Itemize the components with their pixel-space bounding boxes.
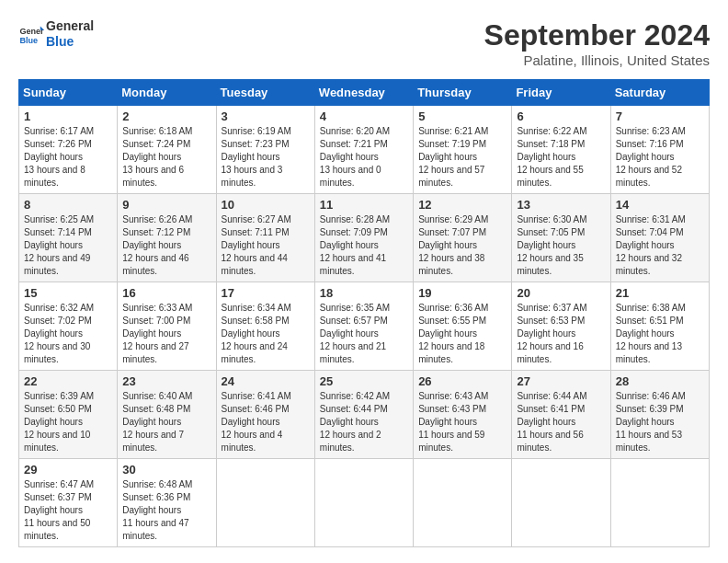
day-number: 21 (616, 286, 704, 300)
day-info: Sunrise: 6:32 AM Sunset: 7:02 PM Dayligh… (24, 302, 112, 366)
weekday-header: Friday (512, 80, 610, 106)
day-number: 14 (616, 198, 704, 212)
day-number: 7 (616, 109, 704, 123)
logo-icon: General Blue (18, 21, 44, 47)
calendar-cell: 16 Sunrise: 6:33 AM Sunset: 7:00 PM Dayl… (118, 282, 216, 371)
day-info: Sunrise: 6:35 AM Sunset: 6:57 PM Dayligh… (320, 302, 408, 366)
day-info: Sunrise: 6:44 AM Sunset: 6:41 PM Dayligh… (517, 390, 605, 454)
day-info: Sunrise: 6:29 AM Sunset: 7:07 PM Dayligh… (418, 213, 506, 278)
calendar-header-row: SundayMondayTuesdayWednesdayThursdayFrid… (19, 80, 710, 106)
calendar-cell: 25 Sunrise: 6:42 AM Sunset: 6:44 PM Dayl… (314, 371, 413, 459)
day-info: Sunrise: 6:22 AM Sunset: 7:18 PM Dayligh… (517, 125, 605, 190)
calendar-cell: 23 Sunrise: 6:40 AM Sunset: 6:48 PM Dayl… (118, 371, 216, 459)
day-number: 19 (418, 286, 506, 300)
calendar-cell: 26 Sunrise: 6:43 AM Sunset: 6:43 PM Dayl… (414, 371, 512, 459)
day-info: Sunrise: 6:36 AM Sunset: 6:55 PM Dayligh… (418, 302, 506, 366)
day-info: Sunrise: 6:48 AM Sunset: 6:36 PM Dayligh… (122, 478, 210, 543)
day-number: 13 (517, 198, 605, 212)
calendar-cell: 3 Sunrise: 6:19 AM Sunset: 7:23 PM Dayli… (216, 106, 314, 194)
calendar-cell: 1 Sunrise: 6:17 AM Sunset: 7:26 PM Dayli… (19, 106, 118, 194)
calendar-week-row: 8 Sunrise: 6:25 AM Sunset: 7:14 PM Dayli… (19, 194, 710, 282)
calendar-cell: 9 Sunrise: 6:26 AM Sunset: 7:12 PM Dayli… (118, 194, 216, 282)
day-number: 4 (320, 109, 408, 123)
day-info: Sunrise: 6:43 AM Sunset: 6:43 PM Dayligh… (418, 390, 506, 454)
day-number: 22 (24, 374, 112, 388)
calendar-cell: 29 Sunrise: 6:47 AM Sunset: 6:37 PM Dayl… (19, 459, 118, 547)
day-number: 30 (122, 463, 210, 477)
calendar-cell (414, 459, 512, 547)
day-info: Sunrise: 6:18 AM Sunset: 7:24 PM Dayligh… (122, 125, 210, 190)
day-number: 17 (222, 286, 310, 300)
day-info: Sunrise: 6:21 AM Sunset: 7:19 PM Dayligh… (418, 125, 506, 190)
day-number: 9 (122, 198, 210, 212)
day-info: Sunrise: 6:23 AM Sunset: 7:16 PM Dayligh… (616, 125, 704, 190)
day-info: Sunrise: 6:33 AM Sunset: 7:00 PM Dayligh… (122, 302, 210, 366)
day-info: Sunrise: 6:20 AM Sunset: 7:21 PM Dayligh… (320, 125, 408, 190)
page-header: General Blue General Blue September 2024… (18, 18, 710, 68)
calendar-week-row: 29 Sunrise: 6:47 AM Sunset: 6:37 PM Dayl… (19, 459, 710, 547)
day-number: 24 (222, 374, 310, 388)
day-info: Sunrise: 6:19 AM Sunset: 7:23 PM Dayligh… (222, 125, 310, 190)
day-info: Sunrise: 6:28 AM Sunset: 7:09 PM Dayligh… (320, 213, 408, 278)
day-number: 27 (517, 374, 605, 388)
day-number: 3 (222, 109, 310, 123)
day-info: Sunrise: 6:40 AM Sunset: 6:48 PM Dayligh… (122, 390, 210, 454)
day-number: 16 (122, 286, 210, 300)
day-number: 18 (320, 286, 408, 300)
day-info: Sunrise: 6:27 AM Sunset: 7:11 PM Dayligh… (222, 213, 310, 278)
day-number: 1 (24, 109, 112, 123)
day-info: Sunrise: 6:25 AM Sunset: 7:14 PM Dayligh… (24, 213, 112, 278)
day-info: Sunrise: 6:42 AM Sunset: 6:44 PM Dayligh… (320, 390, 408, 454)
weekday-header: Sunday (19, 80, 118, 106)
day-number: 23 (122, 374, 210, 388)
logo-text-line2: Blue (46, 34, 94, 50)
calendar-cell: 17 Sunrise: 6:34 AM Sunset: 6:58 PM Dayl… (216, 282, 314, 371)
calendar-cell (512, 459, 610, 547)
day-number: 29 (24, 463, 112, 477)
day-number: 25 (320, 374, 408, 388)
calendar-cell: 4 Sunrise: 6:20 AM Sunset: 7:21 PM Dayli… (314, 106, 413, 194)
day-number: 5 (418, 109, 506, 123)
calendar-cell: 18 Sunrise: 6:35 AM Sunset: 6:57 PM Dayl… (314, 282, 413, 371)
calendar-cell: 19 Sunrise: 6:36 AM Sunset: 6:55 PM Dayl… (414, 282, 512, 371)
calendar-cell: 28 Sunrise: 6:46 AM Sunset: 6:39 PM Dayl… (610, 371, 709, 459)
calendar-cell: 8 Sunrise: 6:25 AM Sunset: 7:14 PM Dayli… (19, 194, 118, 282)
weekday-header: Thursday (414, 80, 512, 106)
day-number: 11 (320, 198, 408, 212)
day-number: 6 (517, 109, 605, 123)
calendar-cell: 2 Sunrise: 6:18 AM Sunset: 7:24 PM Dayli… (118, 106, 216, 194)
day-info: Sunrise: 6:26 AM Sunset: 7:12 PM Dayligh… (122, 213, 210, 278)
weekday-header: Wednesday (314, 80, 413, 106)
day-info: Sunrise: 6:41 AM Sunset: 6:46 PM Dayligh… (222, 390, 310, 454)
weekday-header: Saturday (610, 80, 709, 106)
day-info: Sunrise: 6:39 AM Sunset: 6:50 PM Dayligh… (24, 390, 112, 454)
svg-text:Blue: Blue (19, 36, 38, 45)
logo-text-line1: General (46, 18, 94, 34)
calendar-cell: 30 Sunrise: 6:48 AM Sunset: 6:36 PM Dayl… (118, 459, 216, 547)
day-info: Sunrise: 6:31 AM Sunset: 7:04 PM Dayligh… (616, 213, 704, 278)
calendar-week-row: 1 Sunrise: 6:17 AM Sunset: 7:26 PM Dayli… (19, 106, 710, 194)
day-number: 20 (517, 286, 605, 300)
calendar-cell (216, 459, 314, 547)
calendar-cell: 14 Sunrise: 6:31 AM Sunset: 7:04 PM Dayl… (610, 194, 709, 282)
calendar-cell: 5 Sunrise: 6:21 AM Sunset: 7:19 PM Dayli… (414, 106, 512, 194)
calendar-cell: 27 Sunrise: 6:44 AM Sunset: 6:41 PM Dayl… (512, 371, 610, 459)
location: Palatine, Illinois, United States (484, 52, 710, 68)
day-info: Sunrise: 6:38 AM Sunset: 6:51 PM Dayligh… (616, 302, 704, 366)
day-info: Sunrise: 6:30 AM Sunset: 7:05 PM Dayligh… (517, 213, 605, 278)
calendar-week-row: 15 Sunrise: 6:32 AM Sunset: 7:02 PM Dayl… (19, 282, 710, 371)
day-info: Sunrise: 6:34 AM Sunset: 6:58 PM Dayligh… (222, 302, 310, 366)
day-number: 2 (122, 109, 210, 123)
calendar-cell: 21 Sunrise: 6:38 AM Sunset: 6:51 PM Dayl… (610, 282, 709, 371)
calendar-cell: 6 Sunrise: 6:22 AM Sunset: 7:18 PM Dayli… (512, 106, 610, 194)
calendar-week-row: 22 Sunrise: 6:39 AM Sunset: 6:50 PM Dayl… (19, 371, 710, 459)
calendar-cell: 11 Sunrise: 6:28 AM Sunset: 7:09 PM Dayl… (314, 194, 413, 282)
calendar-table: SundayMondayTuesdayWednesdayThursdayFrid… (18, 79, 710, 547)
day-info: Sunrise: 6:17 AM Sunset: 7:26 PM Dayligh… (24, 125, 112, 190)
day-info: Sunrise: 6:47 AM Sunset: 6:37 PM Dayligh… (24, 478, 112, 543)
calendar-cell: 15 Sunrise: 6:32 AM Sunset: 7:02 PM Dayl… (19, 282, 118, 371)
calendar-cell (314, 459, 413, 547)
calendar-cell: 7 Sunrise: 6:23 AM Sunset: 7:16 PM Dayli… (610, 106, 709, 194)
day-number: 26 (418, 374, 506, 388)
calendar-cell: 13 Sunrise: 6:30 AM Sunset: 7:05 PM Dayl… (512, 194, 610, 282)
